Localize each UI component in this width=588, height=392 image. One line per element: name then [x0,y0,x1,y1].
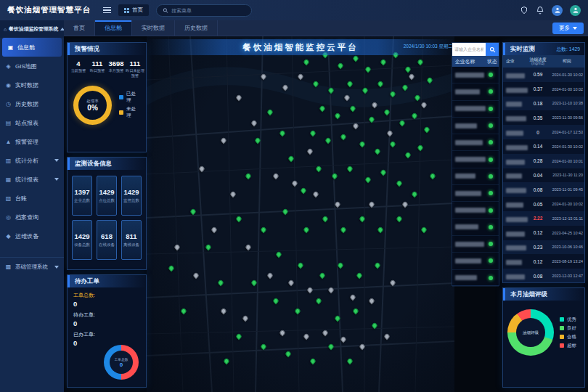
map-marker-online[interactable] [322,215,329,222]
tab-home[interactable]: 首页 [64,20,95,36]
map-marker-online[interactable] [404,151,412,158]
map-marker-offline[interactable] [343,94,351,102]
realtime-row[interactable]: 0.372024-01-30 10:02 [503,82,584,97]
map-marker-offline[interactable] [389,279,396,287]
map-marker-offline[interactable] [272,173,279,180]
avatar[interactable] [552,5,563,16]
map-marker-online[interactable] [352,308,359,315]
map-marker-online[interactable] [285,351,292,358]
map-marker-offline[interactable] [242,315,249,322]
map-marker-online[interactable] [250,279,258,287]
map-marker-online[interactable] [377,80,384,87]
map-marker-offline[interactable] [312,190,319,197]
map-marker-online[interactable] [297,261,304,269]
map-marker-online[interactable] [417,59,424,66]
map-marker-online[interactable] [266,108,274,115]
map-marker-online[interactable] [315,166,322,173]
map-marker-online[interactable] [401,83,409,91]
map-marker-online[interactable] [282,208,289,216]
user-avatar[interactable] [570,5,581,16]
breadcrumb-home[interactable]: 首页 [118,4,149,16]
sidebar-system-header[interactable]: ⌂ 餐饮油烟监控管理系统 [0,20,64,38]
sidebar-item-archive-query[interactable]: ◎档案查询 [0,208,64,226]
map-marker-online[interactable] [303,59,311,66]
company-list-item[interactable] [452,270,499,287]
map-marker-offline[interactable] [173,244,181,251]
map-marker-offline[interactable] [291,179,298,187]
sidebar-item-base-system[interactable]: ▩ 基础管理系统 [0,257,64,276]
map-marker-online[interactable] [312,80,319,87]
map-marker-offline[interactable] [420,102,428,109]
map-marker-online[interactable] [235,332,242,340]
map-marker-offline[interactable] [282,83,289,91]
map-marker-online[interactable] [254,137,261,144]
map-marker-online[interactable] [362,87,369,94]
company-list-item[interactable] [452,219,499,236]
map-marker-offline[interactable] [368,201,375,208]
map-marker-online[interactable] [423,126,430,134]
map-canvas[interactable]: 餐饮油烟智能监控云平台 2024/1/30 10:03 星期二 [147,36,454,392]
map-marker-online[interactable] [377,226,384,233]
map-marker-online[interactable] [417,144,424,151]
menu-search[interactable] [156,4,252,17]
map-marker-offline[interactable] [198,166,205,173]
map-marker-offline[interactable] [297,73,304,80]
map-marker-offline[interactable] [371,102,378,109]
map-marker-online[interactable] [374,147,381,155]
map-marker-offline[interactable] [287,279,295,287]
company-list-item[interactable] [452,236,499,253]
map-marker-online[interactable] [346,357,354,364]
map-marker-offline[interactable] [220,308,227,315]
map-marker-offline[interactable] [349,293,356,301]
more-button[interactable]: 更多 [552,23,584,34]
map-marker-online[interactable] [389,140,396,147]
sidebar-item-ledger[interactable]: ▧台账 [0,189,64,208]
company-search-input[interactable] [452,43,486,56]
map-marker-online[interactable] [337,261,344,269]
map-marker-online[interactable] [189,208,197,216]
map-marker-offline[interactable] [334,201,341,208]
map-marker-online[interactable] [223,357,230,364]
map-marker-online[interactable] [319,105,326,112]
company-search-button[interactable] [486,43,499,56]
shield-icon[interactable] [520,6,528,15]
realtime-row[interactable]: 0.082023-11-01 09:45 [503,182,584,197]
sidebar-item-om-device[interactable]: ◆运维设备 [0,226,64,245]
map-marker-online[interactable] [168,265,175,272]
realtime-row[interactable]: 0.122023-08-19 13:24 [503,254,584,269]
map-marker-online[interactable] [368,115,375,123]
company-list-item[interactable] [452,168,499,185]
map-marker-offline[interactable] [260,73,267,80]
tab-realtime-data[interactable]: 实时数据 [132,20,175,36]
company-list-item[interactable] [452,185,499,202]
realtime-row[interactable]: 0.082023-12-03 12:47 [503,269,584,283]
map-marker-offline[interactable] [327,286,335,293]
map-marker-online[interactable] [324,137,332,144]
map-marker-offline[interactable] [306,286,314,293]
map-marker-online[interactable] [337,62,344,70]
company-list-item[interactable] [452,67,499,83]
map-marker-online[interactable] [287,155,295,162]
map-marker-online[interactable] [396,179,403,187]
realtime-row[interactable]: 0.142024-01-30 10:02 [503,139,584,154]
map-marker-offline[interactable] [408,73,415,80]
map-marker-online[interactable] [411,190,418,197]
company-list-item[interactable] [452,202,499,219]
company-list-item[interactable] [452,83,499,100]
menu-toggle-icon[interactable] [103,6,111,15]
map-marker-online[interactable] [380,169,388,176]
sidebar-item-gis-map[interactable]: ◈GIS地图 [0,57,64,75]
sidebar-item-site-report[interactable]: ▤站点报表 [0,113,64,132]
tab-history-data[interactable]: 历史数据 [175,20,218,36]
map-marker-online[interactable] [331,173,338,180]
map-marker-online[interactable] [411,112,418,119]
map-marker-offline[interactable] [229,190,237,197]
realtime-row[interactable]: 0.592024-01-30 10:02 [503,68,584,82]
company-list-item[interactable] [452,118,499,134]
realtime-row[interactable]: 2.222023-12-15 01:11 [503,211,584,226]
map-marker-online[interactable] [420,226,428,233]
map-marker-online[interactable] [294,308,301,315]
map-marker-offline[interactable] [235,94,242,102]
map-marker-online[interactable] [217,279,224,287]
map-marker-online[interactable] [315,297,322,304]
